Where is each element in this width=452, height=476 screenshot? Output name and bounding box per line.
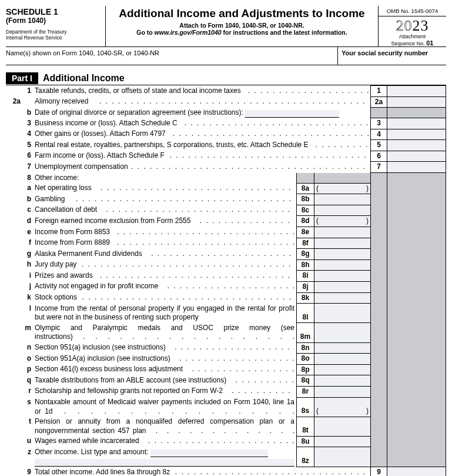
line-8k: k Stock options 8k xyxy=(6,292,446,304)
line-8s-text: Nontaxable amount of Medicaid waiver pay… xyxy=(35,398,294,415)
line-8a-text: Net operating loss xyxy=(35,184,92,192)
line-8g: g Alaska Permanent Fund dividends 8g xyxy=(6,249,446,260)
line-9-text: Total other income. Add lines 8a through… xyxy=(35,468,170,476)
line-2a: 2a Alimony received 2a xyxy=(6,96,446,108)
line-8u-text: Wages earned while incarcerated xyxy=(35,437,139,445)
box-8e-value[interactable] xyxy=(314,227,370,238)
line-8e-text: Income from Form 8853 xyxy=(35,228,110,236)
line-1: 1 Taxable refunds, credits, or offsets o… xyxy=(6,86,446,97)
box-6-label: 6 xyxy=(371,151,387,162)
box-8a-value[interactable]: () xyxy=(314,183,370,194)
line-8i: i Prizes and awards 8i xyxy=(6,271,446,282)
box-7-label: 7 xyxy=(371,162,387,173)
year-outline: 20 xyxy=(396,17,413,34)
box-8p-label: 8p xyxy=(296,364,314,375)
box-4-label: 4 xyxy=(371,129,387,140)
line-8z-text: Other income. List type and amount: xyxy=(35,448,148,456)
box-8q-label: 8q xyxy=(296,375,314,387)
goto-pre: Go to xyxy=(136,29,154,36)
box-8r-value[interactable] xyxy=(314,386,370,397)
box-4-value[interactable] xyxy=(387,129,446,140)
box-1-value[interactable] xyxy=(387,86,446,97)
line-1-text: Taxable refunds, credits, or offsets of … xyxy=(35,86,241,95)
line-8m-text: Olympic and Paralympic medals and USOC p… xyxy=(35,324,294,341)
line-8z-line2-input[interactable] xyxy=(35,459,294,467)
box-8f-value[interactable] xyxy=(314,238,370,249)
line-8g-text: Alaska Permanent Fund dividends xyxy=(35,249,142,258)
line-8f: f Income from Form 8889 8f xyxy=(6,238,446,249)
line-8r: r Scholarship and fellowship grants not … xyxy=(6,386,446,397)
box-8b-value[interactable] xyxy=(314,194,370,205)
box-8q-value[interactable] xyxy=(314,375,370,387)
line-8d-text: Foreign earned income exclusion from For… xyxy=(35,217,190,225)
box-8m-value[interactable] xyxy=(314,323,370,342)
line-2b-input[interactable] xyxy=(245,110,339,118)
box-8z-label: 8z xyxy=(296,447,314,467)
line-8l-text: Income from the rental of personal prope… xyxy=(35,304,294,322)
line-8u: u Wages earned while incarcerated 8u xyxy=(6,436,446,447)
box-8p-value[interactable] xyxy=(314,364,370,375)
box-8g-value[interactable] xyxy=(314,249,370,260)
box-3-value[interactable] xyxy=(387,118,446,129)
box-8u-label: 8u xyxy=(296,436,314,447)
box-8m-label: 8m xyxy=(296,323,314,342)
attachment-sequence: Attachment Sequence No. 01 xyxy=(379,34,446,46)
line-3-text: Business income or (loss). Attach Schedu… xyxy=(35,119,178,127)
line-8z: z Other income. List type and amount: 8z xyxy=(6,447,446,467)
box-8z-value[interactable] xyxy=(314,447,370,467)
line-8t: t Pension or annuity from a nonqualifed … xyxy=(6,417,446,436)
form-number: (Form 1040) xyxy=(6,16,102,25)
line-8z-type-input[interactable] xyxy=(150,450,268,457)
line-8l: l Income from the rental of personal pro… xyxy=(6,304,446,323)
box-8n-label: 8n xyxy=(296,342,314,354)
box-9-label: 9 xyxy=(371,467,387,476)
box-8e-label: 8e xyxy=(296,227,314,238)
box-8l-value[interactable] xyxy=(314,304,370,323)
box-6-value[interactable] xyxy=(387,151,446,162)
goto-post: for instructions and the latest informat… xyxy=(222,29,347,36)
box-8n-value[interactable] xyxy=(314,342,370,354)
form-header: SCHEDULE 1 (Form 1040) Department of the… xyxy=(6,6,446,47)
box-8t-value[interactable] xyxy=(314,417,370,436)
line-2b-text: Date of original divorce or separation a… xyxy=(35,108,243,116)
line-8k-text: Stock options xyxy=(35,293,77,301)
box-7-value[interactable] xyxy=(387,162,446,173)
box-8d-value[interactable]: () xyxy=(314,216,370,227)
omb-number: OMB No. 1545-0074 xyxy=(379,6,446,16)
line-8q-text: Taxable distributions from an ABLE accou… xyxy=(35,376,226,384)
line-8p-text: Section 461(l) excess business loss adju… xyxy=(35,365,183,373)
dept-irs: Internal Revenue Service xyxy=(6,35,62,41)
schedule-label: SCHEDULE 1 xyxy=(6,7,102,16)
box-8j-value[interactable] xyxy=(314,281,370,292)
box-8h-value[interactable] xyxy=(314,259,370,271)
line-8n-text: Section 951(a) inclusion (see instructio… xyxy=(35,343,166,351)
seq-no: 01 xyxy=(426,39,433,46)
part-1-bar: Part I Additional Income xyxy=(6,72,446,85)
box-8l-label: 8l xyxy=(296,304,314,323)
box-8b-label: 8b xyxy=(296,194,314,205)
line-2b: b Date of original divorce or separation… xyxy=(6,108,446,118)
line-8b: b Gambling 8b xyxy=(6,194,446,205)
lines-table: 1 Taxable refunds, credits, or offsets o… xyxy=(6,85,446,476)
seq-label: Sequence No. xyxy=(391,41,427,46)
box-9-value[interactable] xyxy=(387,467,446,476)
part-title: Additional Income xyxy=(43,73,125,84)
header-right: OMB No. 1545-0074 2023 Attachment Sequen… xyxy=(379,6,446,46)
box-8o-value[interactable] xyxy=(314,354,370,365)
box-8u-value[interactable] xyxy=(314,436,370,447)
box-8r-label: 8r xyxy=(296,386,314,397)
box-5-value[interactable] xyxy=(387,140,446,151)
name-ssn-row: Name(s) shown on Form 1040, 1040-SR, or … xyxy=(6,47,446,65)
box-8i-value[interactable] xyxy=(314,271,370,282)
form-title: Additional Income and Adjustments to Inc… xyxy=(108,7,376,20)
box-8s-value[interactable]: () xyxy=(314,397,370,417)
box-2a-value[interactable] xyxy=(387,96,446,108)
line-3: 3 Business income or (loss). Attach Sche… xyxy=(6,118,446,129)
att-label: Attachment xyxy=(399,34,426,39)
line-8f-text: Income from Form 8889 xyxy=(35,238,110,247)
box-8c-value[interactable] xyxy=(314,205,370,216)
box-8k-value[interactable] xyxy=(314,292,370,304)
goto-line: Go to www.irs.gov/Form1040 for instructi… xyxy=(108,29,376,36)
line-6-text: Farm income or (loss). Attach Schedule F xyxy=(35,151,165,159)
line-2a-text: Alimony received xyxy=(35,97,88,105)
